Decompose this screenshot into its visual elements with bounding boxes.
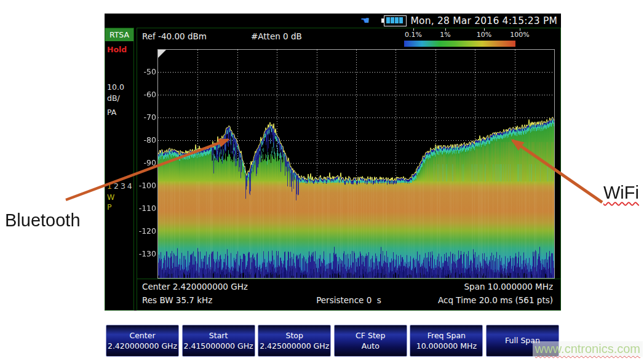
colorbar-label: 1% — [430, 31, 461, 39]
softkey-value: 2.425000000 GHz — [258, 342, 330, 351]
y-axis-tick-label: -70 — [137, 113, 156, 122]
y-axis-tick-label: -90 — [137, 158, 156, 167]
page: ☚ Mon, 28 Mar 2016 4:15:23 PM RTSA Hold … — [0, 0, 644, 361]
ref-level-label: Ref -40.00 dBm — [142, 31, 207, 41]
status-bar: ☚ Mon, 28 Mar 2016 4:15:23 PM — [105, 14, 561, 28]
clock-datetime: Mon, 28 Mar 2016 4:15:23 PM — [410, 15, 561, 26]
softkey-cf-step[interactable]: CF StepAuto — [334, 325, 407, 357]
trace-numbers: 1234 — [107, 181, 134, 191]
y-axis-tick-label: -130 — [137, 249, 156, 258]
spectrum-plot — [157, 49, 555, 279]
softkey-stop[interactable]: Stop2.425000000 GHz — [258, 325, 331, 357]
softkey-label: CF Step — [335, 331, 407, 340]
softkey-label: Freq Span — [410, 331, 482, 340]
colorbar-label: 100% — [504, 31, 535, 39]
footer-divider — [137, 279, 560, 279]
softkey-label: Center — [106, 331, 178, 340]
attenuation-label: #Atten 0 dB — [251, 31, 302, 41]
softkey-value: 2.420000000 GHz — [106, 342, 178, 351]
network-status-icon: ☚ — [360, 14, 370, 28]
preamp-indicator: PA — [107, 108, 116, 117]
softkey-value: 2.415000000 GHz — [183, 342, 255, 351]
scale-value: 10.0 — [107, 82, 124, 92]
y-axis-tick-label: -100 — [137, 181, 156, 190]
softkey-start[interactable]: Start2.415000000 GHz — [182, 325, 255, 357]
span-readout: Span 10.000000 MHz — [464, 282, 553, 292]
density-colorbar — [404, 41, 515, 47]
battery-bar — [395, 17, 399, 23]
softkey-label: Stop — [258, 331, 330, 340]
softkey-center[interactable]: Center2.420000000 GHz — [106, 325, 179, 357]
persistence-readout: Persistence 0 s — [316, 295, 381, 305]
softkey-value: Auto — [335, 342, 407, 351]
y-axis-tick-label: -80 — [137, 135, 156, 145]
battery-bar — [399, 17, 403, 23]
battery-icon — [381, 15, 406, 26]
softkey-freq-span[interactable]: Freq Span10.000000 MHz — [410, 325, 483, 357]
softkey-label: Start — [183, 331, 255, 340]
battery-bar — [391, 17, 394, 23]
center-freq-readout: Center 2.420000000 GHz — [142, 282, 248, 292]
spectrum-canvas — [158, 50, 554, 278]
y-axis-tick-label: -60 — [137, 90, 156, 99]
y-axis-tick-label: -110 — [137, 204, 156, 213]
wifi-label: WiFi — [603, 183, 639, 203]
y-axis-tick-label: -50 — [137, 67, 156, 76]
colorbar-label: 0.1% — [398, 31, 429, 39]
corner-fold-icon — [158, 50, 166, 58]
bluetooth-label: Bluetooth — [5, 210, 81, 231]
battery-bar — [386, 17, 390, 23]
scale-unit: dB/ — [107, 93, 120, 103]
mode-panel: RTSA Hold 10.0 dB/ PA 1234 W P — [105, 28, 134, 311]
trace-mode-p: P — [107, 202, 112, 212]
watermark: www.cntronics.com — [533, 341, 643, 357]
active-trace: 1 — [107, 181, 114, 191]
sweep-state-label: Hold — [107, 45, 127, 54]
display-panel: Ref -40.00 dBm #Atten 0 dB 0.1%1%10%100%… — [137, 28, 561, 311]
rbw-readout: Res BW 35.7 kHz — [142, 295, 212, 305]
y-axis-tick-label: -120 — [137, 226, 156, 236]
mode-badge: RTSA — [105, 28, 133, 41]
colorbar-label: 10% — [469, 31, 499, 39]
trace-mode-w: W — [107, 192, 114, 202]
acq-time-readout: Acq Time 20.0 ms (561 pts) — [438, 295, 553, 305]
softkey-menu: Center2.420000000 GHzStart2.415000000 GH… — [106, 325, 559, 357]
softkey-value: 10.000000 MHz — [410, 342, 482, 351]
